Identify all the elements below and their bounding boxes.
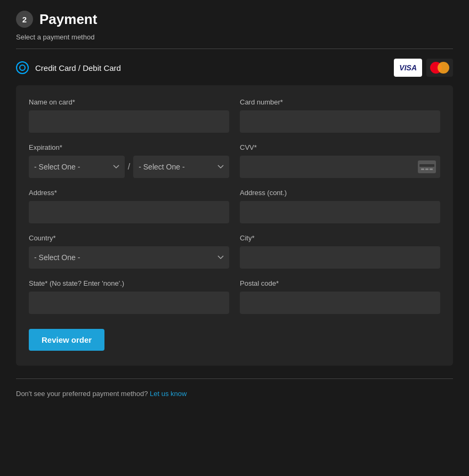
cvv-line-3 (430, 168, 433, 170)
review-order-button[interactable]: Review order (29, 329, 104, 351)
footer-static-text: Don't see your preferred payment method? (16, 390, 148, 398)
cvv-label: CVV* (240, 143, 440, 151)
cvv-stripe (419, 164, 434, 167)
postal-label: Postal code* (240, 279, 440, 287)
bottom-divider (16, 378, 453, 379)
address-cont-label: Address (cont.) (240, 189, 440, 197)
name-on-card-label: Name on card* (29, 98, 229, 106)
expiry-selects-row: - Select One - 01020304 05060708 0910111… (29, 156, 229, 178)
state-group: State* (No state? Enter 'none'.) (29, 279, 229, 314)
expiration-group: Expiration* - Select One - 01020304 0506… (29, 143, 229, 178)
name-on-card-group: Name on card* (29, 98, 229, 133)
top-divider (16, 49, 453, 49)
let-us-know-link[interactable]: Let us know (150, 390, 187, 398)
mc-orange-circle (438, 62, 449, 74)
expiry-slash: / (128, 162, 130, 172)
address-input[interactable] (29, 201, 229, 223)
form-container: Name on card* Card number* Expiration* -… (16, 85, 453, 366)
city-group: City* (240, 234, 440, 269)
postal-input[interactable] (240, 292, 440, 314)
expiry-cvv-row: Expiration* - Select One - 01020304 0506… (29, 143, 440, 178)
cvv-line-1 (421, 168, 424, 170)
state-postal-row: State* (No state? Enter 'none'.) Postal … (29, 279, 440, 314)
address-label: Address* (29, 189, 229, 197)
visa-logo: VISA (394, 59, 422, 77)
state-label: State* (No state? Enter 'none'.) (29, 279, 229, 287)
country-group: Country* - Select One - United States Ca… (29, 234, 229, 269)
payment-method-label[interactable]: Credit Card / Debit Card (16, 61, 121, 74)
payment-method-row: Credit Card / Debit Card VISA (16, 59, 453, 77)
city-label: City* (240, 234, 440, 242)
cvv-line-2 (425, 168, 428, 170)
card-number-group: Card number* (240, 98, 440, 133)
payment-method-text: Credit Card / Debit Card (35, 63, 121, 72)
name-on-card-input[interactable] (29, 110, 229, 133)
city-input[interactable] (240, 246, 440, 269)
country-city-row: Country* - Select One - United States Ca… (29, 234, 440, 269)
expiry-month-select[interactable]: - Select One - 01020304 05060708 0910111… (29, 156, 125, 178)
footer-text: Don't see your preferred payment method?… (16, 390, 453, 398)
postal-group: Postal code* (240, 279, 440, 314)
card-number-input[interactable] (240, 110, 440, 133)
expiration-label: Expiration* (29, 143, 229, 151)
cvv-card-icon (418, 160, 436, 173)
cvv-lines (421, 168, 433, 170)
page-header: 2 Payment (16, 11, 453, 28)
country-label: Country* (29, 234, 229, 242)
cvv-group: CVV* (240, 143, 440, 178)
address-cont-input[interactable] (240, 201, 440, 223)
step-badge: 2 (16, 11, 33, 28)
expiry-year-select[interactable]: - Select One - 2024202520262027 20282029… (133, 156, 229, 178)
radio-inner (19, 64, 26, 71)
name-card-row: Name on card* Card number* (29, 98, 440, 133)
address-row: Address* Address (cont.) (29, 189, 440, 223)
page-title: Payment (39, 11, 97, 28)
mastercard-logo (426, 59, 453, 77)
address-cont-group: Address (cont.) (240, 189, 440, 223)
card-logos: VISA (394, 59, 453, 77)
cvv-input[interactable] (240, 156, 440, 178)
radio-icon (16, 61, 29, 74)
address-group: Address* (29, 189, 229, 223)
card-number-label: Card number* (240, 98, 440, 106)
subtitle: Select a payment method (16, 33, 453, 41)
cvv-input-wrapper (240, 156, 440, 178)
country-select[interactable]: - Select One - United States Canada Unit… (29, 246, 229, 269)
state-input[interactable] (29, 292, 229, 314)
